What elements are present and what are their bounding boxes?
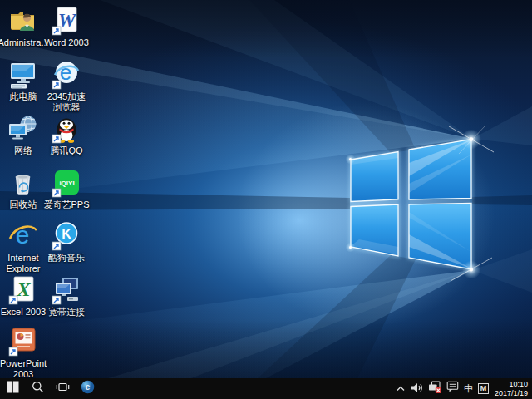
svg-text:e: e — [16, 221, 30, 249]
administrator-folder-icon — [7, 5, 39, 37]
svg-text:X: X — [16, 278, 31, 300]
task-view-button[interactable] — [50, 378, 75, 399]
svg-text:e: e — [60, 60, 71, 85]
desktop-icon-label: 回收站 — [10, 200, 37, 210]
desktop-icon-label: 此电脑 — [10, 91, 37, 102]
desktop-icon-network[interactable]: 网络 — [0, 113, 47, 156]
message-bubble-icon — [446, 381, 459, 397]
svg-text:K: K — [62, 227, 71, 241]
desktop-icon-recycle-bin[interactable]: 回收站 — [0, 167, 47, 210]
desktop-icon-label: Excel 2003 — [1, 307, 46, 318]
excel-2003-icon: X — [7, 274, 39, 306]
system-tray: 中 M 10:10 2017/1/19 — [393, 378, 532, 399]
taskbar: e — [0, 378, 532, 399]
desktop-icon-tencent-qq[interactable]: 腾讯QQ — [43, 113, 90, 156]
show-hidden-icons-button[interactable] — [393, 378, 408, 399]
svg-text:e: e — [85, 382, 90, 392]
recycle-bin-icon — [7, 167, 39, 199]
desktop-icon-label: Administra... — [0, 37, 49, 48]
powerpoint-2003-icon — [7, 326, 39, 357]
ime-mode-button[interactable]: M — [475, 378, 491, 399]
desktop-icon-excel-2003[interactable]: X Excel 2003 — [0, 274, 47, 318]
network-status-button[interactable] — [426, 378, 444, 399]
desktop-icon-2345-browser[interactable]: e 2345加速浏览器 — [43, 59, 90, 112]
ime-mode-indicator: M — [478, 383, 489, 394]
chevron-up-icon — [396, 382, 406, 397]
desktop-icon-iqiyi-pps[interactable]: iQIYI 爱奇艺PPS — [43, 167, 90, 210]
desktop-icon-word-2003[interactable]: W Word 2003 — [43, 5, 90, 48]
speaker-icon — [411, 382, 423, 397]
desktop-icon-label: PowerPoint 2003 — [0, 358, 47, 378]
task-view-icon — [56, 381, 70, 397]
message-center-button[interactable] — [444, 378, 461, 399]
desktop-icon-label: 腾讯QQ — [50, 145, 82, 156]
desktop-icon-label: Word 2003 — [44, 37, 89, 48]
desktop-icon-label: Internet Explorer — [0, 253, 47, 273]
taskbar-clock[interactable]: 10:10 2017/1/19 — [491, 380, 532, 397]
taskbar-2345-browser-button[interactable]: e — [75, 378, 100, 399]
ime-chinese-indicator: 中 — [464, 378, 473, 399]
desktop-icon-this-pc[interactable]: 此电脑 — [0, 59, 47, 102]
broadband-connection-icon — [51, 274, 82, 306]
tencent-qq-icon — [51, 113, 82, 145]
desktop-icon-kugou-music[interactable]: K 酷狗音乐 — [43, 220, 90, 264]
desktop-icon-label: 爱奇艺PPS — [43, 200, 89, 210]
desktop-icon-label: 网络 — [14, 145, 32, 156]
clock-date: 2017/1/19 — [495, 389, 528, 398]
this-pc-icon — [7, 59, 39, 91]
windows-logo-icon — [7, 381, 19, 397]
desktop-icon-broadband[interactable]: 宽带连接 — [43, 274, 90, 318]
2345-browser-taskbar-icon: e — [81, 380, 95, 397]
clock-time: 10:10 — [495, 380, 528, 389]
desktop: Administra... 此电脑 — [0, 0, 532, 378]
ime-language-button[interactable]: 中 — [461, 378, 475, 399]
desktop-icon-administrator[interactable]: Administra... — [0, 5, 47, 48]
desktop-icon-powerpoint-2003[interactable]: PowerPoint 2003 — [0, 326, 47, 378]
volume-button[interactable] — [408, 378, 426, 399]
internet-explorer-icon: e — [7, 220, 39, 252]
search-button[interactable] — [25, 378, 50, 399]
network-icon — [7, 113, 39, 145]
start-button[interactable] — [0, 378, 25, 399]
iqiyi-pps-icon: iQIYI — [51, 167, 82, 199]
desktop-icon-label: 宽带连接 — [48, 307, 85, 318]
svg-text:iQIYI: iQIYI — [59, 180, 74, 187]
word-2003-icon: W — [51, 5, 82, 37]
desktop-icon-internet-explorer[interactable]: e Internet Explorer — [0, 220, 47, 273]
2345-browser-icon: e — [51, 59, 82, 91]
desktop-icon-label: 2345加速浏览器 — [43, 91, 90, 112]
network-disconnected-icon — [428, 381, 441, 397]
desktop-icon-label: 酷狗音乐 — [48, 253, 85, 264]
search-icon — [32, 381, 44, 397]
kugou-music-icon: K — [51, 220, 82, 252]
